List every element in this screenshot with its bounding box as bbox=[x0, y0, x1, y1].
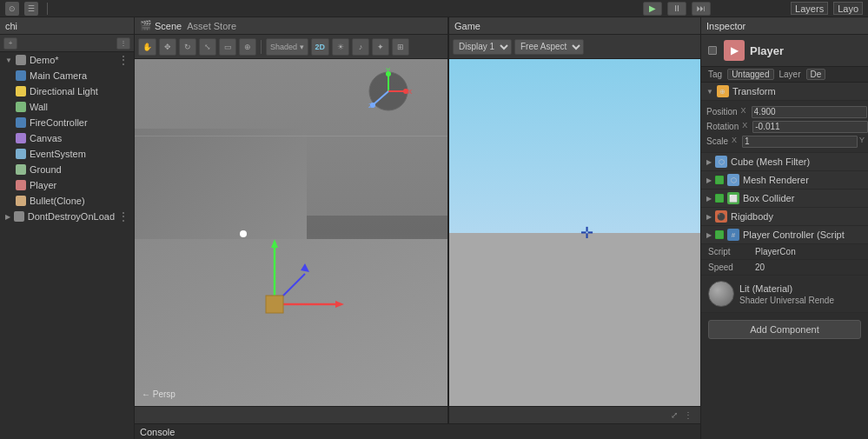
transform-component-row[interactable]: ▼ ⊕ Transform bbox=[701, 83, 868, 101]
y-axis-label: Y bbox=[859, 136, 868, 148]
speed-row: Speed 20 bbox=[701, 260, 868, 276]
aspect-select[interactable]: Free Aspect bbox=[514, 39, 584, 55]
game-viewport[interactable]: ✛ bbox=[449, 59, 700, 406]
box-collider-component-row[interactable]: ▶ ⬜ Box Collider bbox=[701, 190, 868, 208]
rotate-tool-button[interactable]: ↻ bbox=[179, 38, 196, 56]
player-controller-checkbox[interactable] bbox=[715, 230, 724, 239]
rotation-row: Rotation X Y bbox=[706, 119, 863, 134]
material-name: Lit (Material) bbox=[739, 283, 834, 294]
hierarchy-tab[interactable]: chi bbox=[0, 17, 134, 35]
expand-icon: ▶ bbox=[706, 231, 712, 239]
rotation-x-input[interactable] bbox=[752, 121, 868, 133]
rotation-label: Rotation bbox=[706, 122, 739, 131]
hierarchy-add-button[interactable]: + bbox=[3, 37, 17, 50]
hierarchy-menu-button[interactable]: ⋮ bbox=[116, 37, 130, 50]
rect-tool-button[interactable]: ▭ bbox=[219, 38, 236, 56]
hierarchy-item-ground[interactable]: Ground bbox=[0, 162, 134, 177]
mesh-filter-component-row[interactable]: ▶ ⬡ Cube (Mesh Filter) bbox=[701, 153, 868, 171]
rigidbody-component-row[interactable]: ▶ ⚫ Rigidbody bbox=[701, 208, 868, 226]
expand-arrow-icon: ▼ bbox=[5, 57, 12, 64]
layers-dropdown[interactable]: Layers bbox=[791, 2, 828, 15]
inspector-header: ▶ Player bbox=[701, 35, 868, 67]
grid-button[interactable]: ⊞ bbox=[392, 38, 409, 56]
svg-marker-11 bbox=[271, 239, 278, 248]
hierarchy-item-bullet[interactable]: Bullet(Clone) bbox=[0, 193, 134, 209]
pause-button[interactable]: ⏸ bbox=[667, 2, 686, 16]
bottom-bar: Console bbox=[135, 423, 700, 439]
move-tool-button[interactable]: ✥ bbox=[159, 38, 176, 56]
box-collider-label: Box Collider bbox=[743, 193, 794, 203]
mesh-renderer-checkbox[interactable] bbox=[715, 176, 724, 184]
unity-logo-icon[interactable]: ⊙ bbox=[5, 2, 19, 16]
game-menu-icon[interactable]: ⋮ bbox=[681, 409, 695, 422]
tag-value[interactable]: Untagged bbox=[727, 69, 773, 80]
hierarchy-toolbar: + ⋮ bbox=[0, 35, 134, 52]
scene-panel: 🎬 Scene Asset Store ✋ ✥ ↻ ⤡ ▭ ⊕ Shaded ▾… bbox=[135, 17, 448, 423]
play-button[interactable]: ▶ bbox=[643, 2, 662, 16]
asset-store-tab[interactable]: Asset Store bbox=[187, 21, 236, 31]
step-button[interactable]: ⏭ bbox=[692, 2, 711, 16]
mesh-filter-icon: ⬡ bbox=[715, 156, 727, 168]
top-bar-right: ▶ ⏸ ⏭ Layers Layo bbox=[643, 2, 863, 16]
layer-value[interactable]: De bbox=[806, 69, 826, 80]
svg-text:X: X bbox=[407, 88, 413, 96]
transform-fields: Position X Y Rotation X Y bbox=[701, 101, 868, 153]
add-component-button[interactable]: Add Component bbox=[708, 320, 861, 339]
box-collider-checkbox[interactable] bbox=[715, 194, 724, 203]
hierarchy-item-main-camera[interactable]: Main Camera bbox=[0, 68, 134, 83]
rigidbody-label: Rigidbody bbox=[731, 211, 773, 222]
position-x-input[interactable] bbox=[752, 106, 867, 118]
2d-toggle-button[interactable]: 2D bbox=[311, 38, 330, 56]
transform-tool-button[interactable]: ⊕ bbox=[239, 38, 256, 56]
more-options-icon[interactable]: ⋮ bbox=[118, 210, 129, 223]
hierarchy-item-label: EventSystem bbox=[30, 149, 86, 159]
hierarchy-item-fire-controller[interactable]: FireController bbox=[0, 115, 134, 130]
inspector-tab[interactable]: Inspector bbox=[706, 21, 745, 31]
inspector-panel: Inspector ▶ Player Tag Untagged Layer De… bbox=[700, 17, 868, 439]
game-cursor-icon: ✛ bbox=[580, 223, 593, 243]
hierarchy-item-canvas[interactable]: Canvas bbox=[0, 130, 134, 146]
shading-dropdown[interactable]: Shaded ▾ bbox=[266, 38, 308, 56]
game-tab[interactable]: Game bbox=[454, 21, 480, 31]
mesh-renderer-component-row[interactable]: ▶ ⬡ Mesh Renderer bbox=[701, 171, 868, 190]
hand-tool-button[interactable]: ✋ bbox=[138, 38, 156, 56]
object-active-checkbox[interactable] bbox=[708, 46, 717, 55]
audio-toggle-button[interactable]: ♪ bbox=[352, 38, 369, 56]
scale-x-input[interactable] bbox=[742, 136, 858, 148]
effects-toggle-button[interactable]: ✦ bbox=[372, 38, 389, 56]
hierarchy-item-event-system[interactable]: EventSystem bbox=[0, 146, 134, 162]
position-label: Position bbox=[706, 107, 738, 116]
hierarchy-item-label: Main Camera bbox=[30, 70, 87, 81]
layout-dropdown[interactable]: Layo bbox=[833, 2, 863, 15]
more-options-icon[interactable]: ⋮ bbox=[118, 54, 129, 66]
scale-tool-button[interactable]: ⤡ bbox=[199, 38, 216, 56]
hierarchy-item-directional-light[interactable]: Directional Light bbox=[0, 83, 134, 99]
camera-icon bbox=[16, 70, 26, 81]
canvas-icon bbox=[16, 133, 26, 143]
display-select[interactable]: Display 1 bbox=[453, 39, 512, 55]
top-bar-left: ⊙ ☰ bbox=[5, 2, 636, 16]
lighting-toggle-button[interactable]: ☀ bbox=[332, 38, 349, 56]
toolbar-divider bbox=[261, 40, 262, 54]
hierarchy-item-label: Bullet(Clone) bbox=[30, 196, 85, 206]
hierarchy-item-wall[interactable]: Wall bbox=[0, 99, 134, 115]
menu-icon[interactable]: ☰ bbox=[24, 2, 38, 16]
position-fields: X Y bbox=[741, 106, 868, 118]
scene-toolbar: ✋ ✥ ↻ ⤡ ▭ ⊕ Shaded ▾ 2D ☀ ♪ ✦ ⊞ bbox=[135, 35, 447, 59]
scale-row: Scale X Y bbox=[706, 134, 863, 149]
scene-viewport[interactable]: X Y Z ← Persp bbox=[135, 59, 447, 406]
hierarchy-item-label: Canvas bbox=[30, 133, 62, 143]
material-info: Lit (Material) Shader Universal Rende bbox=[739, 283, 834, 305]
scene-tab[interactable]: 🎬 Scene bbox=[140, 20, 182, 31]
svg-marker-13 bbox=[335, 301, 344, 308]
hierarchy-item-player[interactable]: Player bbox=[0, 177, 134, 193]
ground-icon bbox=[16, 164, 26, 175]
game-maximize-icon[interactable]: ⤢ bbox=[667, 409, 681, 422]
hierarchy-item-demo[interactable]: ▼ Demo* ⋮ bbox=[0, 52, 134, 68]
hierarchy-item-label: Player bbox=[30, 180, 56, 190]
main-layout: chi + ⋮ ▼ Demo* ⋮ Main Camera Directio bbox=[0, 17, 868, 439]
console-tab[interactable]: Console bbox=[140, 427, 175, 437]
box-collider-icon: ⬜ bbox=[727, 192, 739, 204]
hierarchy-item-dont-destroy[interactable]: ▶ DontDestroyOnLoad ⋮ bbox=[0, 209, 134, 224]
player-controller-component-row[interactable]: ▶ # Player Controller (Script bbox=[701, 226, 868, 244]
